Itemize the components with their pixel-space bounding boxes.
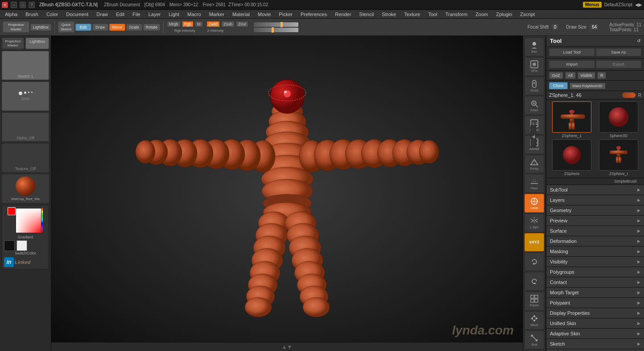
rgb-button[interactable]: Rgb — [182, 21, 194, 27]
menu-color[interactable]: Color — [45, 11, 59, 17]
menu-texture[interactable]: Texture — [403, 11, 421, 17]
menu-transform[interactable]: Transform — [444, 11, 469, 17]
projection-master-button[interactable]: ProjectionMaster — [3, 21, 29, 33]
menu-stroke[interactable]: Stroke — [380, 11, 397, 17]
floor-button[interactable]: Floor — [524, 174, 544, 193]
menu-file[interactable]: File — [131, 11, 142, 17]
clone-button[interactable]: Clone — [549, 82, 568, 89]
viewport[interactable]: lynda.com ▲▼ — [51, 36, 523, 351]
menu-draw[interactable]: Draw — [95, 11, 109, 17]
lightbox-thumb[interactable]: LightBox — [25, 38, 49, 49]
persp-button[interactable]: Persp — [524, 155, 544, 174]
m-button[interactable]: M — [195, 21, 203, 27]
r-button[interactable]: R — [597, 72, 607, 79]
sxyz-button[interactable]: sXYZ — [524, 233, 544, 252]
nav-arrows[interactable]: ◀▶ — [635, 2, 642, 7]
thumb-zsphere-t[interactable]: ZSphere_t — [596, 139, 641, 176]
quick-sketch-button[interactable]: QuickSketch — [58, 21, 74, 33]
thumb-sphere3d[interactable]: Sphere3D — [596, 101, 641, 138]
unified-skin-header[interactable]: Unified Skin ▶ — [546, 318, 644, 328]
menu-document[interactable]: Document — [65, 11, 90, 17]
layers-header[interactable]: Layers ▶ — [546, 195, 644, 205]
rotate-button[interactable]: Rotate — [143, 24, 161, 31]
collapse-panel-button[interactable]: ◀ — [531, 125, 536, 147]
subtool-header[interactable]: SubTool ▶ — [546, 185, 644, 195]
load-tool-button[interactable]: Load Tool — [549, 48, 595, 56]
all-button[interactable]: All — [565, 72, 576, 79]
lightbox-button[interactable]: LightBox — [30, 24, 51, 31]
tool-name-r[interactable]: R — [638, 93, 641, 98]
import-button[interactable]: Import — [549, 60, 595, 68]
menu-render[interactable]: Render — [334, 11, 352, 17]
menu-movie[interactable]: Movie — [256, 11, 272, 17]
switch-color-button[interactable]: SwitchColor — [4, 251, 47, 255]
display-properties-header[interactable]: Display Properties ▶ — [546, 308, 644, 318]
zoom-button[interactable]: Zoom — [524, 96, 544, 115]
white-swatch[interactable] — [17, 240, 27, 251]
menu-layer[interactable]: Layer — [147, 11, 162, 17]
export-button[interactable]: Export — [596, 60, 642, 68]
preview-header[interactable]: Preview ▶ — [546, 216, 644, 226]
draw-size-value[interactable]: 64 — [590, 24, 599, 30]
make-polymesh-button[interactable]: Make PolyMesh3D — [570, 83, 606, 89]
menus-button[interactable]: Menus — [583, 2, 602, 8]
move-icon-btn[interactable]: Move — [524, 311, 544, 330]
color-picker[interactable]: Gradient SwitchColor in Linked — [2, 205, 49, 269]
mrgb-button[interactable]: Mrgb — [167, 21, 181, 27]
contact-header[interactable]: Contact ▶ — [546, 277, 644, 287]
maximize-button[interactable]: □ — [20, 2, 26, 8]
focal-shift-value[interactable]: 0 — [552, 24, 558, 30]
menu-preferences[interactable]: Preferences — [299, 11, 328, 17]
deformation-header[interactable]: Deformation ▶ — [546, 236, 644, 246]
visibility-header[interactable]: Visibility ▶ — [546, 257, 644, 267]
thumb-zsphere1[interactable]: ZSphere_1 — [549, 101, 594, 138]
zsub-button[interactable]: Zsub — [221, 21, 235, 27]
menu-brush[interactable]: Brush — [24, 11, 40, 17]
zcut-button[interactable]: Zcut — [236, 21, 248, 27]
sketch-thumbnail[interactable]: Sketch 1 — [2, 51, 49, 80]
texture-off-thumbnail[interactable]: Texture_Off — [2, 143, 49, 172]
frame-button[interactable]: Frame — [524, 292, 544, 310]
help-button[interactable]: ? — [29, 2, 35, 8]
close-button[interactable]: × — [2, 2, 8, 8]
masking-header[interactable]: Masking ▶ — [546, 247, 644, 256]
menu-tool[interactable]: Tool — [427, 11, 438, 17]
menu-macro[interactable]: Macro — [186, 11, 202, 17]
scale-icon-btn[interactable]: Scal — [524, 330, 544, 349]
minimize-button[interactable]: − — [11, 2, 17, 8]
draw-button[interactable]: Draw — [92, 24, 108, 31]
menu-picker[interactable]: Picker — [277, 11, 294, 17]
surface-header[interactable]: Surface ▶ — [546, 226, 644, 236]
save-as-button[interactable]: Save As — [596, 48, 642, 56]
matcap-thumbnail[interactable]: MatCap_Red_Wa — [2, 174, 49, 203]
edit-button[interactable]: Edit — [75, 24, 91, 31]
rotate-icon-btn[interactable] — [524, 252, 544, 271]
polygroups-header[interactable]: Polygroups ▶ — [546, 267, 644, 277]
zadd-button[interactable]: Zadd — [206, 21, 220, 27]
tool-header-refresh[interactable]: ↺ — [637, 38, 640, 43]
rotate2-icon-btn[interactable] — [524, 272, 544, 291]
local-button[interactable]: Local — [524, 194, 544, 213]
thumb-zsphere[interactable]: ZSphere — [549, 139, 594, 176]
black-swatch[interactable] — [4, 240, 15, 251]
lsym-button[interactable]: L.Sym — [524, 213, 544, 232]
geometry-header[interactable]: Geometry ▶ — [546, 205, 644, 215]
goz-button[interactable]: GoZ — [549, 72, 563, 79]
menu-marker[interactable]: Marker — [208, 11, 226, 17]
viewport-arrow-up[interactable]: ▲▼ — [282, 344, 293, 350]
menu-alpha[interactable]: Alpha — [4, 11, 19, 17]
menu-edit[interactable]: Edit — [115, 11, 126, 17]
menu-zplugin[interactable]: Zplugin — [495, 11, 513, 17]
hue-bar[interactable] — [41, 207, 43, 232]
adaptive-skin-header[interactable]: Adaptive Skin ▶ — [546, 329, 644, 338]
projection-master-thumb[interactable]: ProjectionMaster — [2, 38, 24, 49]
move-button[interactable]: Move — [109, 24, 125, 31]
menu-zoom[interactable]: Zoom — [474, 11, 489, 17]
scroll-button[interactable]: Scroll — [524, 77, 544, 96]
scale-button[interactable]: Scale — [126, 24, 142, 31]
menu-light[interactable]: Light — [167, 11, 181, 17]
alpha-off-thumbnail[interactable]: Alpha_Off — [2, 113, 49, 142]
menu-zscript[interactable]: Zscript — [519, 11, 536, 17]
rigging-header[interactable]: Rigging ▶ — [546, 349, 644, 351]
morph-target-header[interactable]: Morph Target ▶ — [546, 288, 644, 297]
